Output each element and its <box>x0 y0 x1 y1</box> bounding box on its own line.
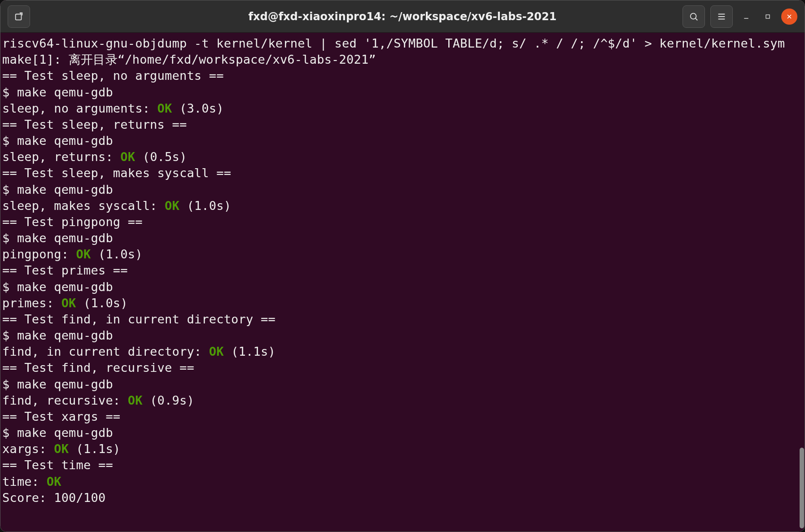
status-ok: OK <box>165 199 179 213</box>
result-label: sleep, no arguments: <box>2 101 158 115</box>
terminal-line: $ make qemu-gdb <box>2 182 803 198</box>
terminal-line: == Test sleep, makes syscall == <box>2 165 803 181</box>
terminal-line: find, recursive: OK (0.9s) <box>2 392 803 409</box>
status-ok: OK <box>54 442 69 456</box>
terminal-line: == Test xargs == <box>2 409 803 425</box>
minimize-button[interactable] <box>738 9 754 25</box>
result-time: (1.0s) <box>91 247 142 261</box>
terminal-line: make[1]: 离开目录“/home/fxd/workspace/xv6-la… <box>2 52 803 68</box>
result-label: time: <box>2 475 47 488</box>
terminal-line: $ make qemu-gdb <box>2 84 803 100</box>
terminal-line: riscv64-linux-gnu-objdump -t kernel/kern… <box>2 35 803 52</box>
svg-rect-2 <box>766 15 770 18</box>
terminal-line: $ make qemu-gdb <box>2 133 803 149</box>
result-time: (1.0s) <box>179 199 231 213</box>
scrollbar-thumb[interactable] <box>800 448 804 528</box>
terminal-line: find, in current directory: OK (1.1s) <box>2 344 803 360</box>
terminal-line: == Test sleep, no arguments == <box>2 68 803 84</box>
hamburger-icon <box>717 12 726 22</box>
result-time: (0.5s) <box>135 150 187 164</box>
result-time: (1.1s) <box>224 344 276 358</box>
terminal-line: Score: 100/100 <box>2 490 803 506</box>
maximize-icon <box>764 13 771 20</box>
svg-point-1 <box>691 13 696 19</box>
search-icon <box>689 12 699 22</box>
result-time: (3.0s) <box>172 101 224 115</box>
result-label: find, recursive: <box>2 393 128 407</box>
terminal-line: == Test find, in current directory == <box>2 311 803 327</box>
terminal-line: time: OK <box>2 474 803 490</box>
titlebar: fxd@fxd-xiaoxinpro14: ~/workspace/xv6-la… <box>0 0 805 33</box>
terminal-line: xargs: OK (1.1s) <box>2 441 803 457</box>
status-ok: OK <box>76 247 91 261</box>
terminal-line: primes: OK (1.0s) <box>2 295 803 311</box>
menu-button[interactable] <box>710 5 733 28</box>
result-label: pingpong: <box>2 247 76 261</box>
close-icon <box>786 13 793 20</box>
status-ok: OK <box>47 475 61 488</box>
terminal-output[interactable]: riscv64-linux-gnu-objdump -t kernel/kern… <box>0 33 805 532</box>
terminal-line: == Test primes == <box>2 262 803 279</box>
minimize-icon <box>743 13 750 20</box>
new-tab-button[interactable] <box>8 5 30 28</box>
result-label: primes: <box>2 296 61 310</box>
result-time: (1.1s) <box>69 442 120 456</box>
terminal-line: == Test find, recursive == <box>2 360 803 376</box>
terminal-line: sleep, returns: OK (0.5s) <box>2 149 803 165</box>
terminal-line: $ make qemu-gdb <box>2 279 803 295</box>
maximize-button[interactable] <box>760 9 776 25</box>
status-ok: OK <box>209 344 224 358</box>
svg-rect-0 <box>16 14 22 20</box>
terminal-line: $ make qemu-gdb <box>2 376 803 392</box>
scrollbar-track[interactable] <box>800 32 804 530</box>
status-ok: OK <box>61 296 76 310</box>
titlebar-right <box>682 5 797 28</box>
terminal-line: $ make qemu-gdb <box>2 230 803 246</box>
terminal-window: fxd@fxd-xiaoxinpro14: ~/workspace/xv6-la… <box>0 0 805 532</box>
terminal-line: == Test time == <box>2 457 803 473</box>
terminal-line: pingpong: OK (1.0s) <box>2 246 803 262</box>
terminal-line: sleep, no arguments: OK (3.0s) <box>2 100 803 117</box>
close-button[interactable] <box>781 9 797 25</box>
terminal-line: == Test pingpong == <box>2 214 803 230</box>
status-ok: OK <box>128 393 143 407</box>
status-ok: OK <box>120 150 135 164</box>
terminal-line: sleep, makes syscall: OK (1.0s) <box>2 198 803 214</box>
result-label: xargs: <box>2 442 54 456</box>
terminal-line: == Test sleep, returns == <box>2 117 803 133</box>
result-label: find, in current directory: <box>2 344 209 358</box>
status-ok: OK <box>158 101 172 115</box>
terminal-line: $ make qemu-gdb <box>2 425 803 441</box>
result-time: (0.9s) <box>143 393 194 407</box>
new-tab-icon <box>14 12 24 22</box>
result-label: sleep, returns: <box>2 150 120 164</box>
search-button[interactable] <box>682 5 705 28</box>
terminal-line: $ make qemu-gdb <box>2 327 803 344</box>
result-time: (1.0s) <box>76 296 128 310</box>
result-label: sleep, makes syscall: <box>2 199 165 213</box>
